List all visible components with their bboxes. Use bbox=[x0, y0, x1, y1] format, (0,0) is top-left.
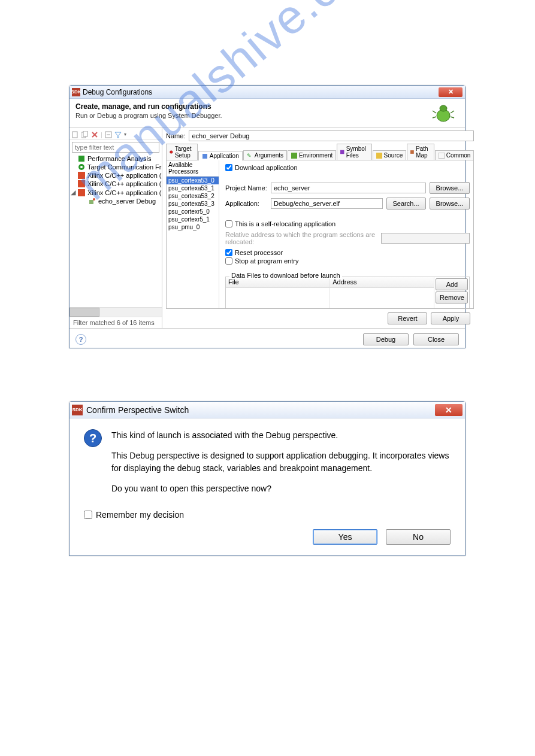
svg-rect-19 bbox=[78, 189, 85, 196]
bug-icon bbox=[431, 102, 455, 124]
tree-item-expanded[interactable]: ◢ Xilinx C/C++ application (System bbox=[71, 188, 162, 197]
no-button[interactable]: No bbox=[386, 529, 451, 545]
scroll-thumb[interactable] bbox=[69, 308, 99, 317]
tab-label: Application bbox=[210, 153, 239, 159]
collapse-icon[interactable] bbox=[105, 131, 112, 138]
tab-common[interactable]: Common bbox=[435, 150, 474, 160]
tab-path-map[interactable]: Path Map bbox=[407, 144, 434, 160]
processor-item[interactable]: psu_cortexa53_2 bbox=[167, 192, 219, 200]
close-dialog-button[interactable]: Close bbox=[413, 333, 459, 345]
dropdown-arrow-icon[interactable]: ▾ bbox=[124, 132, 126, 137]
path-icon bbox=[410, 149, 414, 155]
add-button[interactable]: Add bbox=[436, 278, 468, 290]
filter-input[interactable] bbox=[72, 142, 159, 153]
processor-item[interactable]: psu_cortexa53_3 bbox=[167, 200, 219, 208]
processor-item[interactable]: psu_pmu_0 bbox=[167, 223, 219, 231]
new-icon[interactable] bbox=[72, 131, 79, 138]
collapse-arrow-icon[interactable]: ◢ bbox=[71, 189, 75, 196]
data-files-group: Data Files to download before launch Fil… bbox=[225, 277, 470, 309]
col-address[interactable]: Address bbox=[330, 277, 434, 288]
stop-entry-checkbox[interactable]: Stop at program entry bbox=[225, 257, 470, 265]
titlebar[interactable]: SDK Confirm Perspective Switch ✕ bbox=[69, 402, 465, 418]
yes-button[interactable]: Yes bbox=[313, 529, 377, 545]
revert-button[interactable]: Revert bbox=[388, 312, 427, 324]
window-title: Debug Configurations bbox=[83, 88, 439, 96]
processor-item[interactable]: psu_cortexa53_0 bbox=[167, 177, 219, 184]
delete-icon[interactable] bbox=[91, 131, 98, 138]
debug-button[interactable]: Debug bbox=[363, 333, 409, 345]
tree-item[interactable]: Xilinx C/C++ application (GDB) bbox=[71, 171, 162, 180]
table-cell[interactable] bbox=[330, 288, 434, 309]
project-input[interactable] bbox=[271, 183, 426, 193]
window-title: Confirm Perspective Switch bbox=[86, 405, 435, 415]
name-input[interactable] bbox=[189, 130, 474, 141]
config-side-panel: | ▾ Performance Analysis Target Communic… bbox=[69, 128, 162, 328]
reset-processor-input[interactable] bbox=[225, 249, 232, 256]
table-cell[interactable] bbox=[226, 288, 330, 309]
apply-button[interactable]: Apply bbox=[431, 312, 470, 324]
svg-point-22 bbox=[170, 151, 173, 154]
svg-rect-20 bbox=[89, 200, 93, 204]
tree-item[interactable]: Performance Analysis bbox=[71, 154, 162, 163]
application-browse-button[interactable]: Browse... bbox=[430, 198, 470, 210]
processor-item[interactable]: psu_cortexr5_1 bbox=[167, 215, 219, 223]
application-input[interactable] bbox=[271, 198, 383, 209]
tab-symbol-files[interactable]: Symbol Files bbox=[337, 144, 371, 160]
processor-item[interactable]: psu_cortexr5_0 bbox=[167, 208, 219, 215]
tree-item[interactable]: Target Communication Framewo bbox=[71, 163, 162, 171]
name-label: Name: bbox=[166, 132, 185, 139]
launch-icon bbox=[89, 198, 96, 205]
remove-button[interactable]: Remove bbox=[436, 292, 468, 303]
close-icon: ✕ bbox=[445, 405, 452, 415]
svg-line-3 bbox=[451, 111, 454, 113]
dialog-message: This kind of launch is associated with t… bbox=[111, 429, 451, 503]
config-toolbar: | ▾ bbox=[69, 129, 162, 140]
app-icon: SDK bbox=[72, 405, 83, 415]
help-icon[interactable]: ? bbox=[75, 334, 86, 345]
horizontal-scrollbar[interactable] bbox=[69, 307, 162, 317]
titlebar[interactable]: SDK Debug Configurations ✕ bbox=[69, 86, 465, 99]
svg-point-16 bbox=[80, 166, 83, 168]
download-app-checkbox[interactable]: Download application bbox=[225, 164, 470, 171]
tab-environment[interactable]: Environment bbox=[288, 150, 336, 160]
self-relocating-input[interactable] bbox=[225, 220, 232, 227]
banner: Create, manage, and run configurations R… bbox=[69, 99, 465, 128]
tab-target-setup[interactable]: Target Setup bbox=[166, 144, 198, 160]
svg-rect-18 bbox=[78, 180, 85, 187]
tab-application[interactable]: Application bbox=[198, 151, 243, 160]
dialog-body: ? This kind of launch is associated with… bbox=[69, 418, 465, 528]
remember-checkbox[interactable]: Remember my decision bbox=[84, 510, 451, 520]
application-search-button[interactable]: Search... bbox=[386, 198, 426, 210]
message-line: This kind of launch is associated with t… bbox=[111, 429, 451, 441]
filter-icon[interactable] bbox=[114, 131, 122, 138]
tab-label: Arguments bbox=[255, 152, 283, 159]
dialog-footer: ? Debug Close bbox=[69, 329, 465, 350]
remember-input[interactable] bbox=[84, 511, 92, 519]
close-button[interactable]: ✕ bbox=[439, 87, 463, 97]
tree-label: Xilinx C/C++ application (System bbox=[87, 189, 162, 196]
args-icon: ✎ bbox=[247, 153, 253, 159]
stop-entry-input[interactable] bbox=[225, 257, 232, 265]
close-button[interactable]: ✕ bbox=[435, 404, 463, 416]
processors-list[interactable]: psu_cortexa53_0 psu_cortexa53_1 psu_cort… bbox=[167, 177, 219, 308]
project-browse-button[interactable]: Browse... bbox=[430, 182, 470, 194]
stop-icon bbox=[170, 149, 173, 155]
download-app-input[interactable] bbox=[225, 164, 232, 171]
svg-rect-23 bbox=[202, 154, 207, 159]
tab-source[interactable]: Source bbox=[373, 150, 407, 160]
project-label: Project Name: bbox=[225, 184, 267, 192]
svg-marker-13 bbox=[115, 132, 121, 138]
tree-item-child[interactable]: echo_server Debug bbox=[71, 197, 162, 205]
tab-label: Common bbox=[446, 152, 471, 159]
svg-rect-14 bbox=[78, 156, 84, 162]
svg-point-21 bbox=[93, 198, 95, 201]
config-tree[interactable]: Performance Analysis Target Communicatio… bbox=[69, 154, 162, 307]
processors-header: Available Processors bbox=[167, 160, 219, 177]
reset-processor-checkbox[interactable]: Reset processor bbox=[225, 249, 470, 256]
duplicate-icon[interactable] bbox=[81, 131, 89, 138]
svg-line-4 bbox=[433, 117, 436, 118]
tree-item[interactable]: Xilinx C/C++ application (System bbox=[71, 180, 162, 188]
tab-arguments[interactable]: ✎Arguments bbox=[243, 150, 287, 160]
processor-item[interactable]: psu_cortexa53_1 bbox=[167, 184, 219, 192]
self-relocating-checkbox[interactable]: This is a self-relocating application bbox=[225, 220, 470, 227]
